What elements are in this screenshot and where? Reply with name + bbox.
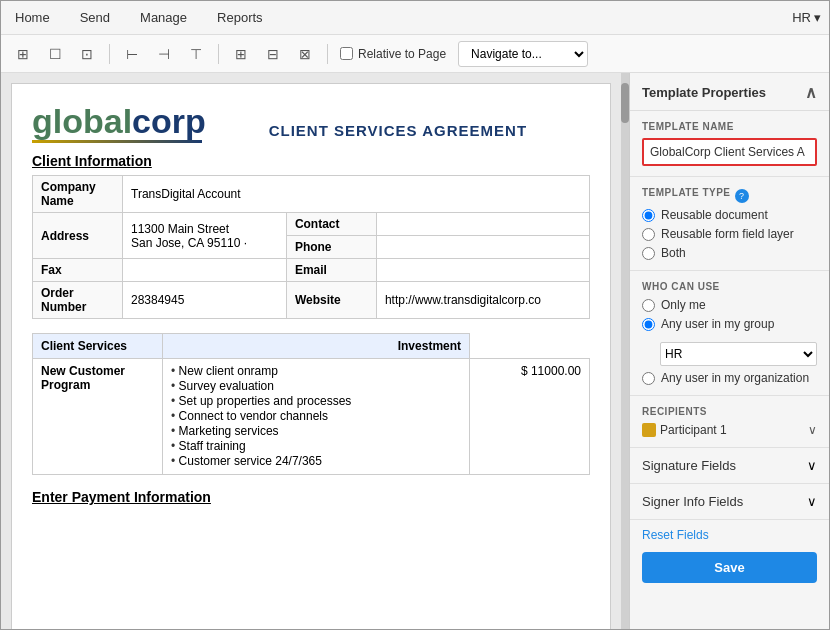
website-value: http://www.transdigitalcorp.co [376, 282, 589, 319]
website-label: Website [286, 282, 376, 319]
document-area: globalcorp CLIENT SERVICES AGREEMENT Cli… [1, 73, 621, 629]
bullet-item: Survey evaluation [171, 379, 461, 393]
type-form-layer-radio[interactable] [642, 228, 655, 241]
signature-fields-label: Signature Fields [642, 458, 736, 473]
only-me-radio[interactable] [642, 299, 655, 312]
template-type-radio-group: Reusable document Reusable form field la… [642, 208, 817, 260]
reset-fields-link[interactable]: Reset Fields [630, 520, 829, 546]
navigate-dropdown[interactable]: Navigate to... [458, 41, 588, 67]
type-both-radio[interactable] [642, 247, 655, 260]
recipients-section: RECIPIENTS Participant 1 ∨ [630, 396, 829, 448]
participant-chevron-icon[interactable]: ∨ [808, 423, 817, 437]
bullet-item: Connect to vendor channels [171, 409, 461, 423]
signer-info-chevron-icon: ∨ [807, 494, 817, 509]
services-bullets: New client onrampSurvey evaluationSet up… [163, 359, 470, 475]
template-type-label: TEMPLATE TYPE [642, 187, 731, 198]
logo-corp: corp [132, 102, 206, 140]
right-panel: Template Properties ∧ TEMPLATE NAME TEMP… [629, 73, 829, 629]
toolbar-sep-1 [109, 44, 110, 64]
menu-home[interactable]: Home [9, 6, 56, 29]
type-both-label: Both [661, 246, 686, 260]
my-group-radio[interactable] [642, 318, 655, 331]
menu-send[interactable]: Send [74, 6, 116, 29]
signature-fields-section[interactable]: Signature Fields ∨ [630, 448, 829, 484]
bullet-item: New client onramp [171, 364, 461, 378]
client-info-title: Client Information [32, 153, 590, 169]
who-can-use-radio-group: Only me Any user in my group HR Any user… [642, 298, 817, 385]
toolbar-sep-3 [327, 44, 328, 64]
payment-title: Enter Payment Information [32, 489, 590, 505]
investment-value: $ 11000.00 [470, 359, 590, 475]
contact-value [376, 213, 589, 236]
group-select[interactable]: HR [660, 342, 817, 366]
company-name-label: Company Name [33, 176, 123, 213]
logo: globalcorp [32, 104, 206, 143]
toolbar-icon-2[interactable]: ☐ [41, 41, 69, 67]
type-reusable-doc[interactable]: Reusable document [642, 208, 817, 222]
toolbar-icon-1[interactable]: ⊞ [9, 41, 37, 67]
fax-value [123, 259, 287, 282]
org-option[interactable]: Any user in my organization [642, 371, 817, 385]
toolbar-icon-5[interactable]: ⊣ [150, 41, 178, 67]
address-label: Address [33, 213, 123, 259]
only-me-option[interactable]: Only me [642, 298, 817, 312]
only-me-label: Only me [661, 298, 706, 312]
signer-info-fields-section[interactable]: Signer Info Fields ∨ [630, 484, 829, 520]
participant-row: Participant 1 ∨ [642, 423, 817, 437]
signature-fields-chevron-icon: ∨ [807, 458, 817, 473]
order-number-value: 28384945 [123, 282, 287, 319]
save-button[interactable]: Save [642, 552, 817, 583]
main-area: globalcorp CLIENT SERVICES AGREEMENT Cli… [1, 73, 829, 629]
toolbar-icon-7[interactable]: ⊞ [227, 41, 255, 67]
relative-page-label[interactable]: Relative to Page [358, 47, 446, 61]
type-form-layer-label: Reusable form field layer [661, 227, 794, 241]
address-value: 11300 Main Street San Jose, CA 95110 · [123, 213, 287, 259]
app-window: Home Send Manage Reports HR ▾ ⊞ ☐ ⊡ ⊢ ⊣ … [0, 0, 830, 630]
toolbar-icon-3[interactable]: ⊡ [73, 41, 101, 67]
toolbar-icon-9[interactable]: ⊠ [291, 41, 319, 67]
org-radio[interactable] [642, 372, 655, 385]
type-form-layer[interactable]: Reusable form field layer [642, 227, 817, 241]
template-type-help-icon[interactable]: ? [735, 189, 749, 203]
type-both[interactable]: Both [642, 246, 817, 260]
toolbar: ⊞ ☐ ⊡ ⊢ ⊣ ⊤ ⊞ ⊟ ⊠ Relative to Page Navig… [1, 35, 829, 73]
relative-page-checkbox[interactable] [340, 47, 353, 60]
panel-collapse-icon[interactable]: ∧ [805, 83, 817, 102]
type-reusable-doc-radio[interactable] [642, 209, 655, 222]
scroll-thumb[interactable] [621, 83, 629, 123]
email-label: Email [286, 259, 376, 282]
participant-label: Participant 1 [660, 423, 808, 437]
my-group-option[interactable]: Any user in my group [642, 317, 817, 331]
services-col2-header: Investment [163, 334, 470, 359]
phone-label: Phone [286, 236, 376, 259]
fax-label: Fax [33, 259, 123, 282]
panel-title: Template Properties [642, 85, 766, 100]
toolbar-icon-6[interactable]: ⊤ [182, 41, 210, 67]
hr-menu[interactable]: HR ▾ [792, 10, 821, 25]
agreement-title: CLIENT SERVICES AGREEMENT [269, 122, 527, 139]
who-can-use-section: WHO CAN USE Only me Any user in my group… [630, 271, 829, 396]
hr-dropdown-label[interactable]: HR ▾ [792, 10, 821, 25]
who-can-use-label: WHO CAN USE [642, 281, 817, 292]
bullet-list: New client onrampSurvey evaluationSet up… [171, 364, 461, 468]
logo-area: globalcorp CLIENT SERVICES AGREEMENT [32, 104, 590, 143]
menu-reports[interactable]: Reports [211, 6, 269, 29]
bullet-item: Staff training [171, 439, 461, 453]
recipients-label: RECIPIENTS [642, 406, 817, 417]
template-type-section: TEMPLATE TYPE ? Reusable document Reusab… [630, 177, 829, 271]
menu-bar: Home Send Manage Reports HR ▾ [1, 1, 829, 35]
hr-label: HR [792, 10, 811, 25]
type-reusable-doc-label: Reusable document [661, 208, 768, 222]
phone-value [376, 236, 589, 259]
template-name-input[interactable] [642, 138, 817, 166]
bullet-item: Set up properties and processes [171, 394, 461, 408]
toolbar-icon-8[interactable]: ⊟ [259, 41, 287, 67]
relative-page-toggle[interactable]: Relative to Page [340, 47, 446, 61]
doc-scrollbar[interactable] [621, 73, 629, 629]
company-name-value: TransDigital Account [123, 176, 590, 213]
template-type-label-row: TEMPLATE TYPE ? [642, 187, 817, 204]
signer-info-fields-label: Signer Info Fields [642, 494, 743, 509]
toolbar-icon-4[interactable]: ⊢ [118, 41, 146, 67]
logo-global: global [32, 102, 132, 140]
menu-manage[interactable]: Manage [134, 6, 193, 29]
